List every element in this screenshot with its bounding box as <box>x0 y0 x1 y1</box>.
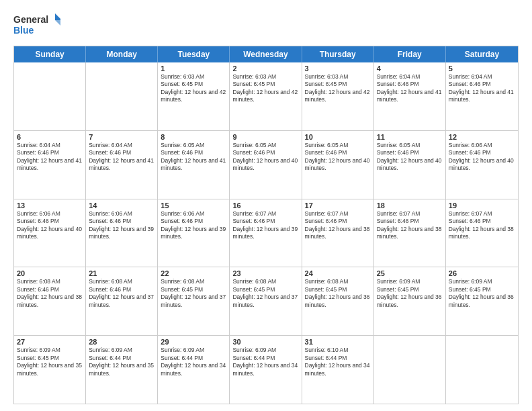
day-4: 4Sunrise: 6:04 AMSunset: 6:46 PMDaylight… <box>374 62 446 130</box>
day-1: 1Sunrise: 6:03 AMSunset: 6:45 PMDaylight… <box>158 62 230 130</box>
day-info: Sunrise: 6:05 AMSunset: 6:46 PMDaylight:… <box>232 142 298 173</box>
day-8: 8Sunrise: 6:05 AMSunset: 6:46 PMDaylight… <box>158 131 230 199</box>
svg-marker-3 <box>55 20 60 27</box>
day-info: Sunrise: 6:06 AMSunset: 6:46 PMDaylight:… <box>161 210 226 241</box>
day-info: Sunrise: 6:07 AMSunset: 6:46 PMDaylight:… <box>449 210 515 241</box>
day-info: Sunrise: 6:08 AMSunset: 6:46 PMDaylight:… <box>89 278 154 309</box>
day-number: 19 <box>449 201 515 210</box>
day-16: 16Sunrise: 6:07 AMSunset: 6:46 PMDayligh… <box>230 199 302 267</box>
day-21: 21Sunrise: 6:08 AMSunset: 6:46 PMDayligh… <box>86 267 158 335</box>
day-number: 7 <box>89 133 154 141</box>
svg-text:General: General <box>13 14 48 25</box>
header-tuesday: Tuesday <box>158 46 230 62</box>
day-24: 24Sunrise: 6:08 AMSunset: 6:45 PMDayligh… <box>302 267 374 335</box>
empty-cell-4-6 <box>446 336 518 404</box>
day-3: 3Sunrise: 6:03 AMSunset: 6:45 PMDaylight… <box>302 62 374 130</box>
day-info: Sunrise: 6:03 AMSunset: 6:45 PMDaylight:… <box>161 73 226 104</box>
day-info: Sunrise: 6:03 AMSunset: 6:45 PMDaylight:… <box>232 73 298 104</box>
day-20: 20Sunrise: 6:08 AMSunset: 6:46 PMDayligh… <box>14 267 86 335</box>
day-number: 4 <box>377 64 443 73</box>
day-number: 5 <box>449 64 515 73</box>
day-info: Sunrise: 6:04 AMSunset: 6:46 PMDaylight:… <box>89 142 154 173</box>
day-number: 11 <box>377 133 443 141</box>
day-number: 26 <box>449 269 515 277</box>
day-number: 21 <box>89 269 154 277</box>
day-18: 18Sunrise: 6:07 AMSunset: 6:46 PMDayligh… <box>374 199 446 267</box>
day-number: 20 <box>17 269 83 277</box>
logo: General Blue <box>13 12 60 39</box>
day-5: 5Sunrise: 6:04 AMSunset: 6:46 PMDaylight… <box>446 62 518 130</box>
day-info: Sunrise: 6:04 AMSunset: 6:46 PMDaylight:… <box>449 73 515 104</box>
day-number: 29 <box>161 338 226 346</box>
svg-text:Blue: Blue <box>13 25 34 36</box>
day-info: Sunrise: 6:09 AMSunset: 6:45 PMDaylight:… <box>449 278 515 309</box>
day-number: 15 <box>161 201 226 210</box>
page: General Blue SundayMondayTuesdayWednesda… <box>0 0 532 411</box>
day-number: 30 <box>232 338 298 346</box>
day-info: Sunrise: 6:04 AMSunset: 6:46 PMDaylight:… <box>377 73 443 104</box>
day-12: 12Sunrise: 6:06 AMSunset: 6:46 PMDayligh… <box>446 131 518 199</box>
day-info: Sunrise: 6:04 AMSunset: 6:46 PMDaylight:… <box>17 142 83 173</box>
day-info: Sunrise: 6:08 AMSunset: 6:46 PMDaylight:… <box>17 278 83 309</box>
day-10: 10Sunrise: 6:05 AMSunset: 6:46 PMDayligh… <box>302 131 374 199</box>
week-row-4: 20Sunrise: 6:08 AMSunset: 6:46 PMDayligh… <box>14 267 518 335</box>
header-saturday: Saturday <box>446 46 518 62</box>
day-info: Sunrise: 6:09 AMSunset: 6:44 PMDaylight:… <box>89 347 154 377</box>
day-info: Sunrise: 6:05 AMSunset: 6:46 PMDaylight:… <box>377 142 443 173</box>
day-info: Sunrise: 6:08 AMSunset: 6:45 PMDaylight:… <box>305 278 371 309</box>
day-number: 8 <box>161 133 226 141</box>
day-15: 15Sunrise: 6:06 AMSunset: 6:46 PMDayligh… <box>158 199 230 267</box>
day-info: Sunrise: 6:06 AMSunset: 6:46 PMDaylight:… <box>449 142 515 173</box>
day-info: Sunrise: 6:09 AMSunset: 6:44 PMDaylight:… <box>232 347 298 377</box>
day-number: 18 <box>377 201 443 210</box>
day-22: 22Sunrise: 6:08 AMSunset: 6:45 PMDayligh… <box>158 267 230 335</box>
header: General Blue <box>13 12 519 39</box>
day-info: Sunrise: 6:05 AMSunset: 6:46 PMDaylight:… <box>161 142 226 173</box>
day-info: Sunrise: 6:06 AMSunset: 6:46 PMDaylight:… <box>89 210 154 241</box>
day-19: 19Sunrise: 6:07 AMSunset: 6:46 PMDayligh… <box>446 199 518 267</box>
header-wednesday: Wednesday <box>230 46 302 62</box>
day-7: 7Sunrise: 6:04 AMSunset: 6:46 PMDaylight… <box>86 131 158 199</box>
day-number: 1 <box>161 64 226 73</box>
day-number: 24 <box>305 269 371 277</box>
day-23: 23Sunrise: 6:08 AMSunset: 6:45 PMDayligh… <box>230 267 302 335</box>
day-number: 10 <box>305 133 371 141</box>
day-info: Sunrise: 6:09 AMSunset: 6:45 PMDaylight:… <box>17 347 83 377</box>
day-number: 3 <box>305 64 371 73</box>
day-info: Sunrise: 6:07 AMSunset: 6:46 PMDaylight:… <box>232 210 298 241</box>
day-info: Sunrise: 6:07 AMSunset: 6:46 PMDaylight:… <box>377 210 443 241</box>
day-13: 13Sunrise: 6:06 AMSunset: 6:46 PMDayligh… <box>14 199 86 267</box>
svg-marker-2 <box>55 13 60 20</box>
empty-cell-0-0 <box>14 62 86 130</box>
day-number: 2 <box>232 64 298 73</box>
day-number: 22 <box>161 269 226 277</box>
header-friday: Friday <box>374 46 446 62</box>
day-6: 6Sunrise: 6:04 AMSunset: 6:46 PMDaylight… <box>14 131 86 199</box>
day-info: Sunrise: 6:08 AMSunset: 6:45 PMDaylight:… <box>232 278 298 309</box>
day-info: Sunrise: 6:06 AMSunset: 6:46 PMDaylight:… <box>17 210 83 241</box>
day-30: 30Sunrise: 6:09 AMSunset: 6:44 PMDayligh… <box>230 336 302 404</box>
day-info: Sunrise: 6:08 AMSunset: 6:45 PMDaylight:… <box>161 278 226 309</box>
day-number: 25 <box>377 269 443 277</box>
day-number: 28 <box>89 338 154 346</box>
day-25: 25Sunrise: 6:09 AMSunset: 6:45 PMDayligh… <box>374 267 446 335</box>
week-row-5: 27Sunrise: 6:09 AMSunset: 6:45 PMDayligh… <box>14 335 518 404</box>
day-27: 27Sunrise: 6:09 AMSunset: 6:45 PMDayligh… <box>14 336 86 404</box>
week-row-1: 1Sunrise: 6:03 AMSunset: 6:45 PMDaylight… <box>14 62 518 130</box>
header-monday: Monday <box>86 46 158 62</box>
day-2: 2Sunrise: 6:03 AMSunset: 6:45 PMDaylight… <box>230 62 302 130</box>
day-number: 31 <box>305 338 371 346</box>
day-11: 11Sunrise: 6:05 AMSunset: 6:46 PMDayligh… <box>374 131 446 199</box>
header-sunday: Sunday <box>14 46 86 62</box>
day-28: 28Sunrise: 6:09 AMSunset: 6:44 PMDayligh… <box>86 336 158 404</box>
day-26: 26Sunrise: 6:09 AMSunset: 6:45 PMDayligh… <box>446 267 518 335</box>
calendar: SundayMondayTuesdayWednesdayThursdayFrid… <box>13 46 519 404</box>
week-row-2: 6Sunrise: 6:04 AMSunset: 6:46 PMDaylight… <box>14 130 518 199</box>
day-number: 6 <box>17 133 83 141</box>
day-29: 29Sunrise: 6:09 AMSunset: 6:44 PMDayligh… <box>158 336 230 404</box>
logo-svg: General Blue <box>13 12 60 39</box>
calendar-header: SundayMondayTuesdayWednesdayThursdayFrid… <box>14 46 518 62</box>
header-thursday: Thursday <box>302 46 374 62</box>
day-31: 31Sunrise: 6:10 AMSunset: 6:44 PMDayligh… <box>302 336 374 404</box>
day-number: 16 <box>232 201 298 210</box>
